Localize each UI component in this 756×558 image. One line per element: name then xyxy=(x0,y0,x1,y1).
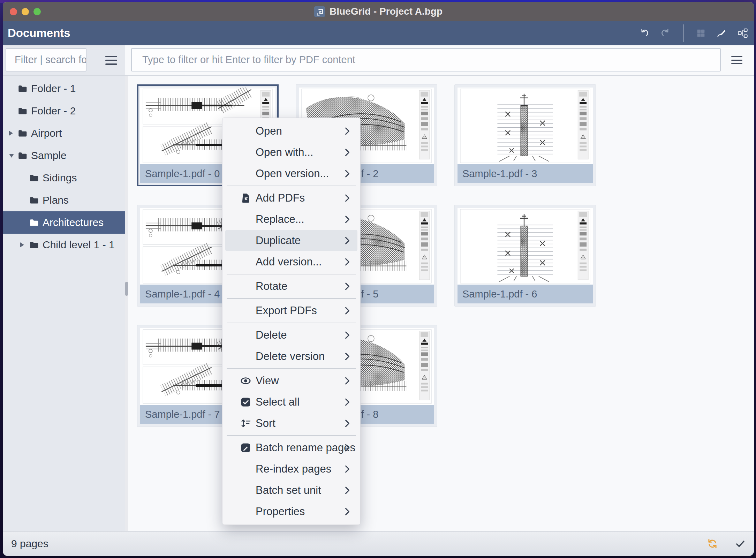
submenu-chevron-icon xyxy=(342,168,353,179)
context-menu-item[interactable]: Open version... xyxy=(225,163,357,184)
tree-chevron-icon[interactable] xyxy=(9,154,14,158)
menu-item-label: Re-index pages xyxy=(256,463,331,475)
context-menu-item[interactable]: Sort xyxy=(225,413,357,434)
context-menu-item[interactable]: Batch set unit xyxy=(225,480,357,501)
page-count-label: 9 pages xyxy=(11,538,48,550)
addpdf-icon xyxy=(240,192,251,204)
menu-separator xyxy=(222,272,360,276)
sidebar-folder-item[interactable]: Folder - 1 xyxy=(3,77,125,100)
page-filter-placeholder: Type to filter or hit Enter to filter by… xyxy=(132,54,355,66)
menu-item-label: Properties xyxy=(256,505,305,518)
menu-separator xyxy=(222,434,360,437)
sidebar-folder-item[interactable]: Airport xyxy=(3,122,125,144)
folder-icon xyxy=(29,173,39,183)
status-bar: 9 pages xyxy=(3,531,754,556)
grid-menu-icon[interactable] xyxy=(731,45,742,75)
tree-chevron-icon[interactable] xyxy=(20,242,24,247)
sidebar-folder-item[interactable]: Sample xyxy=(3,144,125,167)
context-menu-item[interactable]: Batch rename pages xyxy=(225,437,357,458)
menu-separator xyxy=(222,297,360,300)
sort-icon xyxy=(240,417,251,429)
context-menu-item[interactable]: Add version... xyxy=(225,251,357,272)
folder-filter-placeholder: Filter | search folders xyxy=(6,54,86,66)
menu-item-label: Open with... xyxy=(256,146,313,159)
menu-separator xyxy=(222,367,360,370)
menu-item-icon xyxy=(240,506,251,517)
menu-item-icon xyxy=(240,350,251,362)
context-menu-item[interactable]: Export PDFs xyxy=(225,300,357,321)
context-menu-item[interactable]: Open xyxy=(225,120,357,142)
page-card[interactable]: Sample-1.pdf - 3 xyxy=(454,84,596,186)
context-menu-item[interactable]: View xyxy=(225,370,357,391)
menu-item-icon xyxy=(240,256,251,267)
confirm-check-icon[interactable] xyxy=(734,538,746,550)
folder-sidebar: Folder - 1 Folder - 2 Airport Sample Sid… xyxy=(3,76,125,531)
menu-item-icon xyxy=(240,125,251,137)
submenu-chevron-icon xyxy=(342,397,353,407)
context-menu-item[interactable]: Properties xyxy=(225,501,357,522)
page-card[interactable]: Sample-1.pdf - 6 xyxy=(454,205,596,307)
sidebar-folder-item[interactable]: Sidings xyxy=(3,167,125,189)
sidebar-menu-icon[interactable] xyxy=(105,45,117,75)
sidebar-folder-item[interactable]: Plans xyxy=(3,189,125,211)
sidebar-folder-item[interactable]: Folder - 2 xyxy=(3,100,125,122)
menu-item-label: Select all xyxy=(256,396,300,408)
window-title-group: BlueGrid - Project A.bgp xyxy=(314,6,443,17)
folder-icon xyxy=(17,151,27,160)
splitter-handle[interactable] xyxy=(125,282,128,296)
menu-item-icon xyxy=(240,463,251,475)
sidebar-folder-item[interactable]: Child level 1 - 1 xyxy=(3,234,125,256)
menu-item-icon xyxy=(240,235,251,246)
menu-item-label: Add PDFs xyxy=(256,192,305,204)
context-menu-item[interactable]: Open with... xyxy=(225,142,357,163)
context-menu-item[interactable]: Rotate xyxy=(225,276,357,297)
folder-label: Sample xyxy=(31,150,67,161)
title-bar[interactable]: BlueGrid - Project A.bgp xyxy=(3,2,754,21)
submenu-chevron-icon xyxy=(342,443,353,453)
page-label: Sample-1.pdf - 6 xyxy=(458,285,593,303)
page-filter-input[interactable]: Type to filter or hit Enter to filter by… xyxy=(131,48,721,71)
menu-item-label: Batch set unit xyxy=(256,484,321,497)
folder-icon xyxy=(17,128,27,138)
submenu-chevron-icon xyxy=(342,235,353,246)
submenu-chevron-icon xyxy=(342,376,353,386)
context-menu-item[interactable]: Add PDFs xyxy=(225,187,357,209)
menu-item-label: Add version... xyxy=(256,256,322,268)
sidebar-splitter[interactable] xyxy=(125,76,128,531)
undo-icon[interactable] xyxy=(639,28,650,39)
close-button[interactable] xyxy=(10,8,17,15)
context-menu-item[interactable]: Delete xyxy=(225,324,357,346)
sidebar-folder-item[interactable]: Architectures xyxy=(3,211,125,234)
blueprint-drawing xyxy=(458,88,593,164)
context-menu-item[interactable]: Delete version xyxy=(225,346,357,367)
context-menu-item[interactable]: Duplicate xyxy=(225,230,357,251)
folder-label: Sidings xyxy=(43,172,77,184)
folder-label: Folder - 1 xyxy=(31,83,76,95)
signature-icon[interactable] xyxy=(716,28,727,39)
grid-view-icon[interactable] xyxy=(695,28,706,39)
folder-filter-input[interactable]: Filter | search folders xyxy=(6,48,86,71)
context-menu-item[interactable]: Select all xyxy=(225,391,357,413)
context-menu-item[interactable]: Replace... xyxy=(225,209,357,230)
checkbox-icon xyxy=(240,396,251,408)
context-menu: Open Open with... Open version... Add PD… xyxy=(222,118,361,525)
menu-item-icon xyxy=(240,280,251,292)
submenu-chevron-icon xyxy=(342,214,353,225)
zoom-button[interactable] xyxy=(33,8,41,15)
submenu-chevron-icon xyxy=(342,126,353,136)
menu-item-label: Sort xyxy=(256,417,275,430)
refresh-icon[interactable] xyxy=(706,537,719,550)
flowchart-icon[interactable] xyxy=(737,28,748,39)
minimize-button[interactable] xyxy=(22,8,29,15)
tree-chevron-icon[interactable] xyxy=(9,131,13,136)
submenu-chevron-icon xyxy=(342,506,353,517)
folder-icon xyxy=(29,195,39,205)
app-window: BlueGrid - Project A.bgp Documents Filte… xyxy=(3,2,754,556)
eye-icon xyxy=(240,375,251,386)
page-thumbnail xyxy=(458,208,593,285)
context-menu-item[interactable]: Re-index pages xyxy=(225,458,357,480)
submenu-chevron-icon xyxy=(342,464,353,474)
menu-item-label: Replace... xyxy=(256,213,304,226)
redo-icon[interactable] xyxy=(660,28,671,39)
folder-icon xyxy=(29,240,39,250)
